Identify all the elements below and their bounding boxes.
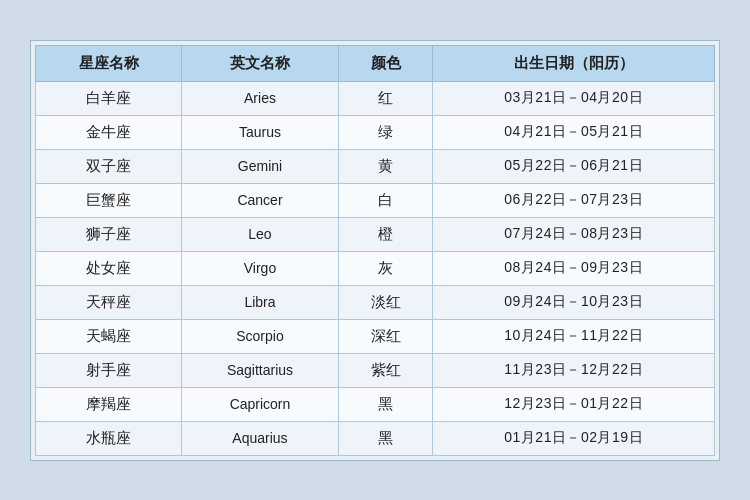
cell-date: 12月23日－01月22日 — [433, 387, 715, 421]
cell-date: 10月24日－11月22日 — [433, 319, 715, 353]
cell-color: 紫红 — [338, 353, 433, 387]
table-row: 天秤座Libra淡红09月24日－10月23日 — [36, 285, 715, 319]
cell-chinese-name: 白羊座 — [36, 81, 182, 115]
col-header-date: 出生日期（阳历） — [433, 45, 715, 81]
table-row: 射手座Sagittarius紫红11月23日－12月22日 — [36, 353, 715, 387]
cell-english-name: Sagittarius — [182, 353, 339, 387]
cell-chinese-name: 金牛座 — [36, 115, 182, 149]
cell-color: 黄 — [338, 149, 433, 183]
cell-chinese-name: 射手座 — [36, 353, 182, 387]
cell-color: 灰 — [338, 251, 433, 285]
cell-english-name: Gemini — [182, 149, 339, 183]
cell-english-name: Libra — [182, 285, 339, 319]
table-row: 双子座Gemini黄05月22日－06月21日 — [36, 149, 715, 183]
col-header-color: 颜色 — [338, 45, 433, 81]
cell-date: 03月21日－04月20日 — [433, 81, 715, 115]
table-row: 处女座Virgo灰08月24日－09月23日 — [36, 251, 715, 285]
cell-date: 09月24日－10月23日 — [433, 285, 715, 319]
cell-color: 白 — [338, 183, 433, 217]
cell-date: 04月21日－05月21日 — [433, 115, 715, 149]
cell-chinese-name: 天秤座 — [36, 285, 182, 319]
cell-english-name: Aquarius — [182, 421, 339, 455]
cell-date: 11月23日－12月22日 — [433, 353, 715, 387]
cell-english-name: Cancer — [182, 183, 339, 217]
cell-chinese-name: 狮子座 — [36, 217, 182, 251]
cell-english-name: Virgo — [182, 251, 339, 285]
table-row: 水瓶座Aquarius黑01月21日－02月19日 — [36, 421, 715, 455]
table-row: 天蝎座Scorpio深红10月24日－11月22日 — [36, 319, 715, 353]
cell-chinese-name: 双子座 — [36, 149, 182, 183]
col-header-english: 英文名称 — [182, 45, 339, 81]
zodiac-table: 星座名称 英文名称 颜色 出生日期（阳历） 白羊座Aries红03月21日－04… — [35, 45, 715, 456]
table-row: 摩羯座Capricorn黑12月23日－01月22日 — [36, 387, 715, 421]
cell-chinese-name: 天蝎座 — [36, 319, 182, 353]
cell-color: 黑 — [338, 421, 433, 455]
cell-date: 01月21日－02月19日 — [433, 421, 715, 455]
cell-date: 05月22日－06月21日 — [433, 149, 715, 183]
table-row: 白羊座Aries红03月21日－04月20日 — [36, 81, 715, 115]
table-row: 金牛座Taurus绿04月21日－05月21日 — [36, 115, 715, 149]
cell-date: 06月22日－07月23日 — [433, 183, 715, 217]
table-row: 巨蟹座Cancer白06月22日－07月23日 — [36, 183, 715, 217]
cell-chinese-name: 处女座 — [36, 251, 182, 285]
cell-color: 淡红 — [338, 285, 433, 319]
cell-color: 绿 — [338, 115, 433, 149]
table-row: 狮子座Leo橙07月24日－08月23日 — [36, 217, 715, 251]
cell-date: 07月24日－08月23日 — [433, 217, 715, 251]
cell-color: 橙 — [338, 217, 433, 251]
cell-english-name: Taurus — [182, 115, 339, 149]
cell-color: 深红 — [338, 319, 433, 353]
col-header-chinese: 星座名称 — [36, 45, 182, 81]
cell-chinese-name: 水瓶座 — [36, 421, 182, 455]
cell-english-name: Capricorn — [182, 387, 339, 421]
cell-color: 红 — [338, 81, 433, 115]
zodiac-table-container: 星座名称 英文名称 颜色 出生日期（阳历） 白羊座Aries红03月21日－04… — [30, 40, 720, 461]
table-body: 白羊座Aries红03月21日－04月20日金牛座Taurus绿04月21日－0… — [36, 81, 715, 455]
cell-english-name: Aries — [182, 81, 339, 115]
cell-color: 黑 — [338, 387, 433, 421]
cell-chinese-name: 巨蟹座 — [36, 183, 182, 217]
cell-date: 08月24日－09月23日 — [433, 251, 715, 285]
table-header-row: 星座名称 英文名称 颜色 出生日期（阳历） — [36, 45, 715, 81]
cell-english-name: Scorpio — [182, 319, 339, 353]
cell-chinese-name: 摩羯座 — [36, 387, 182, 421]
cell-english-name: Leo — [182, 217, 339, 251]
